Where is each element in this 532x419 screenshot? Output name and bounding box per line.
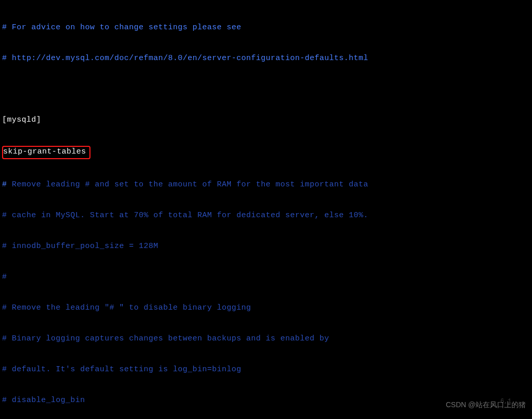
blank-line	[2, 84, 530, 94]
config-line: # For advice on how to change settings p…	[2, 23, 530, 33]
config-line: # http://dev.mysql.com/doc/refman/8.0/en…	[2, 53, 530, 64]
config-line: skip-grant-tables	[2, 146, 530, 159]
config-line: # disable_log_bin	[2, 395, 530, 406]
config-line: # Remove leading # and set to the amount…	[2, 180, 530, 190]
config-line: [mysqld]	[2, 115, 530, 125]
cursor-position: 6,1	[500, 396, 511, 407]
highlighted-config: skip-grant-tables	[2, 146, 90, 159]
config-line: # default. It's default setting is log_b…	[2, 365, 530, 375]
config-line: # Binary logging captures changes betwee…	[2, 334, 530, 344]
config-line: # cache in MySQL. Start at 70% of total …	[2, 211, 530, 221]
config-line: # innodb_buffer_pool_size = 128M	[2, 241, 530, 252]
config-line: # Remove the leading "# " to disable bin…	[2, 303, 530, 313]
vi-editor[interactable]: # For advice on how to change settings p…	[0, 0, 532, 419]
config-line: #	[2, 272, 530, 282]
